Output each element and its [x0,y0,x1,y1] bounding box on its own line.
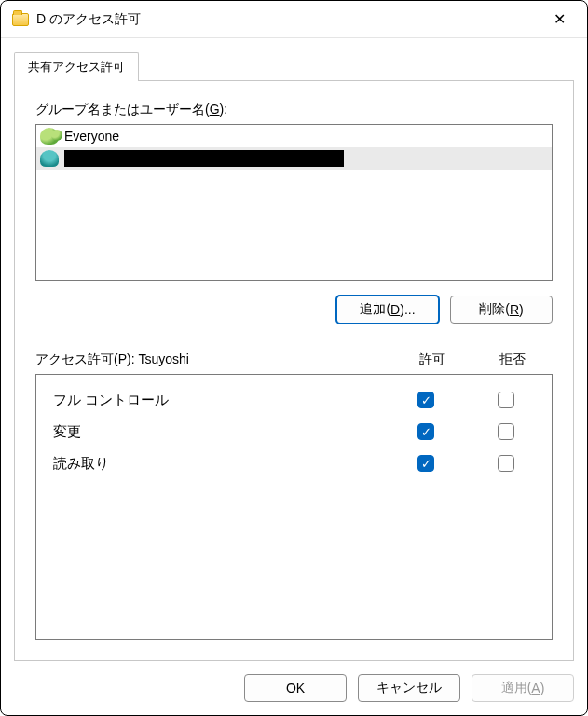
permissions-listbox: フル コントロール✓変更✓読み取り✓ [35,374,553,640]
folder-icon [12,13,29,26]
ok-button[interactable]: OK [244,674,347,702]
permissions-header: アクセス許可(P): Tsuyoshi 許可 拒否 [35,351,553,368]
allow-checkbox[interactable]: ✓ [417,423,434,440]
cancel-button[interactable]: キャンセル [358,674,460,702]
close-button[interactable]: ✕ [539,6,580,34]
allow-checkbox[interactable]: ✓ [417,455,434,472]
group-icon [40,128,59,145]
user-listbox[interactable]: Everyone [35,124,553,281]
col-deny: 拒否 [472,351,553,368]
content-area: 共有アクセス許可 グループ名またはユーザー名(G): Everyone 追加(D… [1,38,587,661]
user-icon [40,150,59,167]
permissions-dialog: D のアクセス許可 ✕ 共有アクセス許可 グループ名またはユーザー名(G): E… [0,0,588,716]
allow-checkbox[interactable]: ✓ [417,392,434,408]
tab-strip: 共有アクセス許可 [14,51,574,80]
titlebar: D のアクセス許可 ✕ [1,1,587,38]
col-allow: 許可 [392,351,472,368]
add-button[interactable]: 追加(D)... [336,296,439,324]
permission-name: 変更 [53,423,386,441]
permission-row: 読み取り✓ [42,448,546,479]
permission-name: フル コントロール [53,392,386,409]
window-title: D のアクセス許可 [36,11,539,28]
deny-checkbox[interactable] [498,423,514,440]
redacted-name [64,150,344,167]
list-item[interactable]: Everyone [36,125,552,147]
tab-share-permissions[interactable]: 共有アクセス許可 [14,52,139,81]
user-name: Everyone [64,129,119,144]
deny-checkbox[interactable] [498,392,514,408]
dialog-footer: OK キャンセル 適用(A) [1,661,587,715]
tab-label: 共有アクセス許可 [28,60,125,74]
groups-label: グループ名またはユーザー名(G): [35,102,553,118]
user-buttons: 追加(D)... 削除(R) [35,296,553,324]
remove-button[interactable]: 削除(R) [450,296,553,324]
list-item[interactable] [36,147,552,170]
permission-name: 読み取り [53,455,386,473]
apply-button[interactable]: 適用(A) [472,674,574,702]
permission-row: 変更✓ [42,416,546,448]
deny-checkbox[interactable] [498,455,514,472]
permissions-subject: Tsuyoshi [138,351,188,366]
tab-panel: グループ名またはユーザー名(G): Everyone 追加(D)... 削除(R… [14,80,574,661]
permission-row: フル コントロール✓ [42,384,546,416]
